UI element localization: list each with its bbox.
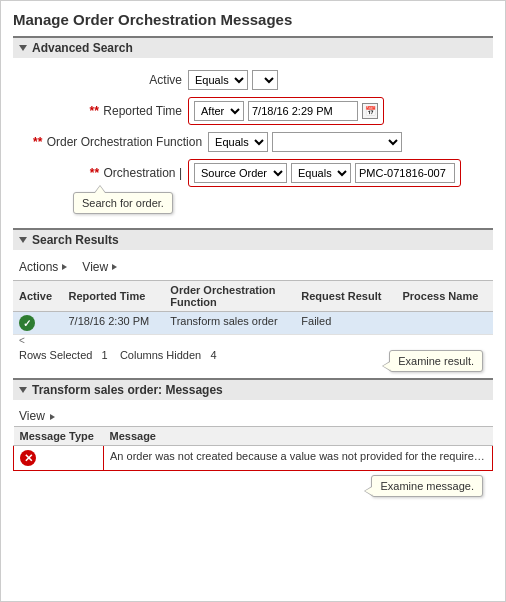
error-icon: ✕ [20,450,36,466]
view-button[interactable]: View [82,260,122,274]
results-table: Active Reported Time Order Orchestration… [13,280,493,335]
cell-active: ✓ [13,312,62,335]
active-row: Active Equals [33,68,493,92]
messages-table: Message Type Message ✕ An order was not … [13,426,493,471]
cell-request-result: Failed [295,312,396,335]
orchestration-value-input[interactable] [355,163,455,183]
reported-time-outlined: After 📅 [188,97,384,125]
rows-info: Rows Selected 1 Columns Hidden 4 [13,346,223,364]
messages-view-arrow-icon [50,414,55,420]
page-wrapper: Manage Order Orchestration Messages Adva… [0,0,506,602]
actions-arrow-icon [62,264,67,270]
search-results-header: Search Results [13,228,493,250]
search-form: Active Equals ** Reported Time After [13,64,493,222]
messages-view-button[interactable]: View [19,409,487,423]
cell-message-type: ✕ [14,446,104,471]
page-title: Manage Order Orchestration Messages [13,11,493,28]
active-check-icon: ✓ [19,315,35,331]
cell-oof: Transform sales order [164,312,295,335]
cell-reported-time: 7/18/16 2:30 PM [62,312,164,335]
actions-bar: Actions View [13,256,493,278]
messages-header: Transform sales order: Messages [13,378,493,400]
view-arrow-icon [112,264,117,270]
orchestration-row: ** Orchestration | Source Order Equals [33,159,493,187]
orchestration-outlined: Source Order Equals [188,159,461,187]
col-oof: Order Orchestration Function [164,281,295,312]
active-value-select[interactable] [252,70,278,90]
required-star-3: ** [90,166,99,180]
col-request-result: Request Result [295,281,396,312]
active-operator-select[interactable]: Equals [188,70,248,90]
messages-section: Transform sales order: Messages View Mes… [13,378,493,471]
reported-time-label: ** Reported Time [33,104,188,118]
search-tooltip-wrapper: Search for order. [73,192,493,214]
results-collapse-icon[interactable] [19,237,27,243]
calendar-icon[interactable]: 📅 [362,103,378,119]
search-tooltip: Search for order. [73,192,173,214]
reported-time-input[interactable] [248,101,358,121]
active-controls: Equals [188,70,278,90]
messages-collapse-icon[interactable] [19,387,27,393]
advanced-search-header: Advanced Search [13,36,493,58]
oof-controls: Equals [208,132,402,152]
table-row[interactable]: ✓ 7/18/16 2:30 PM Transform sales order … [13,312,493,335]
col-message-type: Message Type [14,427,104,446]
orchestration-sub-select[interactable]: Source Order [194,163,287,183]
required-star-1: ** [90,104,99,118]
messages-header-row: Message Type Message [14,427,493,446]
active-label: Active [33,73,188,87]
result-tooltip: Examine result. [389,350,483,372]
cell-message-text: An order was not created because a value… [104,446,493,471]
orchestration-label: ** Orchestration | [33,166,188,180]
messages-view-bar: View [13,406,493,426]
oof-row: ** Order Orchestration Function Equals [33,130,493,154]
orchestration-operator-select[interactable]: Equals [291,163,351,183]
actions-button[interactable]: Actions [19,260,72,274]
col-reported-time: Reported Time [62,281,164,312]
message-row: ✕ An order was not created because a val… [14,446,493,471]
cell-process-name [396,312,493,335]
required-star-2: ** [33,135,42,149]
col-process-name: Process Name [396,281,493,312]
reported-time-row: ** Reported Time After 📅 [33,97,493,125]
reported-time-operator-select[interactable]: After [194,101,244,121]
results-header-row: Active Reported Time Order Orchestration… [13,281,493,312]
collapse-icon[interactable] [19,45,27,51]
col-message: Message [104,427,493,446]
reported-time-controls: After 📅 [188,97,384,125]
search-results-section: Search Results Actions View Active Repor… [13,228,493,372]
oof-value-select[interactable] [272,132,402,152]
oof-operator-select[interactable]: Equals [208,132,268,152]
message-tooltip: Examine message. [371,475,483,497]
orchestration-controls: Source Order Equals [188,159,461,187]
col-active: Active [13,281,62,312]
scroll-hint: < [13,335,493,346]
oof-label: ** Order Orchestration Function [33,135,208,149]
